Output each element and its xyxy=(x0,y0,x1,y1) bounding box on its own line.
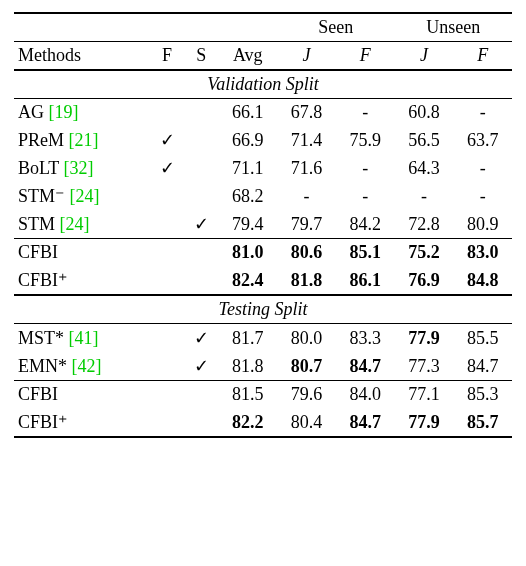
table-row: PReM [21]✓66.971.475.956.563.7 xyxy=(14,126,512,154)
flag-s xyxy=(184,408,218,437)
method-name: EMN* [42] xyxy=(14,352,150,381)
method-name: PReM [21] xyxy=(14,126,150,154)
cell-unseen-j: 72.8 xyxy=(395,210,454,239)
cell-unseen-j: 75.2 xyxy=(395,239,454,266)
cell-seen-j: 79.6 xyxy=(277,381,336,408)
flag-s xyxy=(184,154,218,182)
method-name: CFBI xyxy=(14,381,150,408)
cell-seen-j: 71.4 xyxy=(277,126,336,154)
cell-unseen-f: 85.7 xyxy=(453,408,512,437)
table-row: CFBI⁺82.481.886.176.984.8 xyxy=(14,266,512,295)
flag-f xyxy=(150,324,184,352)
cell-seen-f: - xyxy=(336,182,395,210)
citation-ref[interactable]: [24] xyxy=(60,214,90,234)
cell-unseen-f: - xyxy=(453,99,512,126)
method-name: AG [19] xyxy=(14,99,150,126)
section-title: Validation Split xyxy=(14,71,512,99)
cell-seen-j: 80.0 xyxy=(277,324,336,352)
method-name: MST* [41] xyxy=(14,324,150,352)
citation-ref[interactable]: [41] xyxy=(69,328,99,348)
cell-seen-f: 75.9 xyxy=(336,126,395,154)
flag-s: ✓ xyxy=(184,324,218,352)
table-row: STM [24]✓79.479.784.272.880.9 xyxy=(14,210,512,239)
citation-ref[interactable]: [19] xyxy=(49,102,79,122)
cell-unseen-j: 77.9 xyxy=(395,408,454,437)
cell-seen-f: 84.7 xyxy=(336,352,395,381)
cell-avg: 81.7 xyxy=(218,324,277,352)
citation-ref[interactable]: [21] xyxy=(69,130,99,150)
cell-unseen-f: 63.7 xyxy=(453,126,512,154)
col-f: F xyxy=(150,42,184,70)
cell-avg: 79.4 xyxy=(218,210,277,239)
method-name: STM⁻ [24] xyxy=(14,182,150,210)
flag-f xyxy=(150,99,184,126)
col-unseen-j: J xyxy=(395,42,454,70)
cell-seen-f: 85.1 xyxy=(336,239,395,266)
flag-s xyxy=(184,99,218,126)
cell-seen-f: 84.7 xyxy=(336,408,395,437)
cell-seen-f: - xyxy=(336,99,395,126)
cell-avg: 66.1 xyxy=(218,99,277,126)
cell-unseen-f: - xyxy=(453,182,512,210)
method-name: CFBI⁺ xyxy=(14,408,150,437)
cell-seen-f: - xyxy=(336,154,395,182)
flag-f: ✓ xyxy=(150,126,184,154)
cell-unseen-j: 64.3 xyxy=(395,154,454,182)
citation-ref[interactable]: [32] xyxy=(64,158,94,178)
cell-unseen-f: 85.3 xyxy=(453,381,512,408)
flag-f xyxy=(150,408,184,437)
flag-s xyxy=(184,381,218,408)
section-title: Testing Split xyxy=(14,296,512,324)
column-header-row: Methods F S Avg J F J F xyxy=(14,42,512,70)
col-avg: Avg xyxy=(218,42,277,70)
seen-header: Seen xyxy=(277,14,394,42)
cell-unseen-f: 85.5 xyxy=(453,324,512,352)
table-row: CFBI81.579.684.077.185.3 xyxy=(14,381,512,408)
citation-ref[interactable]: [24] xyxy=(70,186,100,206)
flag-s xyxy=(184,182,218,210)
flag-f xyxy=(150,352,184,381)
cell-avg: 82.4 xyxy=(218,266,277,295)
flag-f xyxy=(150,182,184,210)
flag-s: ✓ xyxy=(184,210,218,239)
method-name: CFBI⁺ xyxy=(14,266,150,295)
table-row: BoLT [32]✓71.171.6-64.3- xyxy=(14,154,512,182)
table-row: EMN* [42]✓81.880.784.777.384.7 xyxy=(14,352,512,381)
method-name: CFBI xyxy=(14,239,150,266)
cell-unseen-j: 77.9 xyxy=(395,324,454,352)
cell-avg: 81.5 xyxy=(218,381,277,408)
table-row: AG [19]66.167.8-60.8- xyxy=(14,99,512,126)
citation-ref[interactable]: [42] xyxy=(72,356,102,376)
cell-unseen-f: 84.8 xyxy=(453,266,512,295)
flag-f xyxy=(150,266,184,295)
flag-s xyxy=(184,239,218,266)
flag-s xyxy=(184,126,218,154)
cell-unseen-f: - xyxy=(453,154,512,182)
cell-seen-j: 80.4 xyxy=(277,408,336,437)
cell-avg: 68.2 xyxy=(218,182,277,210)
cell-seen-j: - xyxy=(277,182,336,210)
flag-f xyxy=(150,381,184,408)
cell-seen-j: 79.7 xyxy=(277,210,336,239)
cell-avg: 71.1 xyxy=(218,154,277,182)
flag-f xyxy=(150,239,184,266)
cell-seen-f: 84.2 xyxy=(336,210,395,239)
cell-avg: 66.9 xyxy=(218,126,277,154)
flag-s xyxy=(184,266,218,295)
cell-unseen-f: 80.9 xyxy=(453,210,512,239)
col-seen-j: J xyxy=(277,42,336,70)
flag-s: ✓ xyxy=(184,352,218,381)
cell-seen-f: 84.0 xyxy=(336,381,395,408)
cell-seen-j: 80.6 xyxy=(277,239,336,266)
cell-unseen-f: 84.7 xyxy=(453,352,512,381)
table-row: CFBI⁺82.280.484.777.985.7 xyxy=(14,408,512,437)
cell-avg: 81.8 xyxy=(218,352,277,381)
cell-seen-j: 81.8 xyxy=(277,266,336,295)
cell-unseen-f: 83.0 xyxy=(453,239,512,266)
cell-seen-f: 83.3 xyxy=(336,324,395,352)
results-table: Seen Unseen Methods F S Avg J F J F Vali… xyxy=(14,12,512,438)
method-name: BoLT [32] xyxy=(14,154,150,182)
unseen-header: Unseen xyxy=(395,14,512,42)
cell-seen-j: 67.8 xyxy=(277,99,336,126)
cell-unseen-j: 60.8 xyxy=(395,99,454,126)
